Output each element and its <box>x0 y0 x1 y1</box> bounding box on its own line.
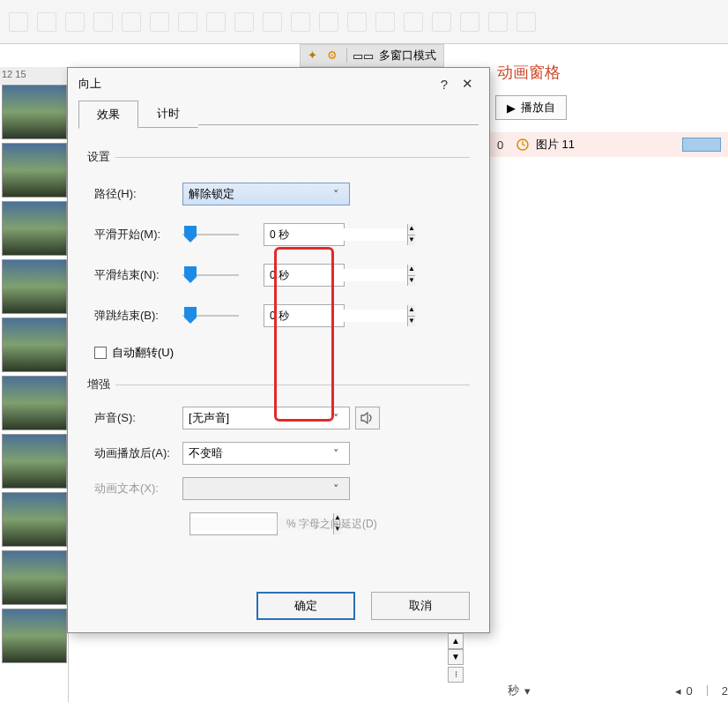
help-button[interactable]: ? <box>433 77 456 92</box>
smooth-end-spinner[interactable]: ▲▼ <box>264 264 345 287</box>
play-icon: ▶ <box>507 101 516 115</box>
slide-thumbnail-panel: 12 15 <box>0 67 69 702</box>
anim-item-timebar[interactable] <box>682 138 721 152</box>
slide-thumb[interactable] <box>2 376 67 430</box>
toolbar-icon[interactable] <box>206 12 226 32</box>
auto-reverse-label: 自动翻转(U) <box>112 345 174 361</box>
chevron-down-icon[interactable]: ▾ <box>524 684 531 698</box>
smooth-start-value[interactable] <box>264 228 407 241</box>
section-enhance-header: 增强 <box>87 377 110 392</box>
spin-down-icon[interactable]: ▼ <box>408 275 415 286</box>
spin-down-icon[interactable]: ▼ <box>408 235 415 245</box>
dialog-body: 设置 路径(H): 解除锁定 ˅ 平滑开始(M): ▲▼ <box>68 128 489 546</box>
toolbar-icon[interactable] <box>150 12 169 32</box>
vertical-scroll[interactable]: ▲ ▼ ⁝ <box>448 633 464 683</box>
toolbar-icon[interactable] <box>375 12 395 32</box>
toolbar-icon[interactable] <box>319 12 338 32</box>
letter-delay-label: % 字母之间延迟(D) <box>286 517 377 532</box>
tab-strip: 效果 计时 <box>68 100 489 128</box>
toolbar-icon[interactable] <box>9 12 28 32</box>
dialog-titlebar: 向上 ? ✕ <box>68 68 489 100</box>
toolbar-icon[interactable] <box>488 12 508 32</box>
tab-timing[interactable]: 计时 <box>138 100 198 128</box>
gear-icon[interactable]: ⚙ <box>327 49 341 63</box>
multi-window-label[interactable]: 多窗口模式 <box>379 48 436 63</box>
path-combo[interactable]: 解除锁定 ˅ <box>182 183 350 205</box>
after-play-label: 动画播放后(A): <box>87 445 182 461</box>
spin-up-icon[interactable]: ▲ <box>408 265 415 275</box>
section-settings-header: 设置 <box>87 149 110 165</box>
toolbar-icon[interactable] <box>65 12 85 32</box>
slide-thumb[interactable] <box>2 143 67 198</box>
toolbar-icon[interactable] <box>37 12 56 32</box>
toolbar-icon[interactable] <box>93 12 113 32</box>
animation-item[interactable]: 0 图片 11 <box>490 132 728 157</box>
chevron-down-icon: ˅ <box>328 447 344 460</box>
toolbar-icon[interactable] <box>516 12 536 32</box>
letter-delay-spinner: ▲▼ <box>189 512 278 535</box>
windows-icon[interactable]: ▭▭ <box>353 49 374 63</box>
path-value: 解除锁定 <box>189 186 234 202</box>
toolbar-icon[interactable] <box>122 12 141 32</box>
axis-tick: 0 <box>687 684 693 698</box>
spin-down-icon[interactable]: ▼ <box>408 316 415 326</box>
tab-effect[interactable]: 效果 <box>78 101 138 129</box>
anim-text-combo: ˅ <box>182 477 350 500</box>
smooth-start-spinner[interactable]: ▲▼ <box>264 223 345 246</box>
ribbon-toolbar <box>0 0 728 44</box>
toolbar-icon[interactable] <box>404 12 423 32</box>
auto-reverse-checkbox[interactable] <box>94 347 107 359</box>
slider-thumb-icon[interactable] <box>184 307 197 325</box>
slide-thumb[interactable] <box>2 609 67 663</box>
sound-value: [无声音] <box>189 410 229 426</box>
spin-up-icon[interactable]: ▲ <box>408 305 415 316</box>
slide-thumb[interactable] <box>2 434 67 489</box>
scroll-menu-icon[interactable]: ⁝ <box>448 667 464 683</box>
scroll-down-icon[interactable]: ▼ <box>448 649 464 665</box>
bounce-end-spinner[interactable]: ▲▼ <box>264 304 345 327</box>
axis-arrow-left-icon[interactable]: ◂ <box>675 684 681 698</box>
toolbar-icon[interactable] <box>234 12 254 32</box>
wand-icon[interactable]: ✦ <box>308 49 322 63</box>
smooth-end-value[interactable] <box>264 269 407 281</box>
toolbar-icon[interactable] <box>291 12 310 32</box>
close-button[interactable]: ✕ <box>456 76 479 92</box>
bounce-end-value[interactable] <box>264 310 407 322</box>
toolbar-icon[interactable] <box>460 12 479 32</box>
anim-text-label: 动画文本(X): <box>87 481 182 497</box>
slide-thumb[interactable] <box>2 550 67 605</box>
slide-thumb[interactable] <box>2 85 67 139</box>
slide-thumb[interactable] <box>2 317 67 372</box>
dialog-title: 向上 <box>78 76 101 92</box>
toolbar-icon[interactable] <box>178 12 197 32</box>
sound-combo[interactable]: [无声音] ˅ <box>182 407 350 429</box>
slide-thumb[interactable] <box>2 201 67 256</box>
toolbar-icon[interactable] <box>432 12 451 32</box>
after-play-value: 不变暗 <box>189 445 223 461</box>
after-play-combo[interactable]: 不变暗 ˅ <box>182 442 350 465</box>
sound-preview-button[interactable] <box>355 407 380 429</box>
slide-thumb[interactable] <box>2 492 67 547</box>
path-label: 路径(H): <box>87 186 182 202</box>
bounce-end-slider[interactable] <box>182 308 239 324</box>
toolbar-icon[interactable] <box>347 12 367 32</box>
cancel-button[interactable]: 取消 <box>371 592 470 620</box>
animation-pane-title: 动画窗格 <box>490 56 728 95</box>
scroll-up-icon[interactable]: ▲ <box>448 633 464 649</box>
slide-thumb[interactable] <box>2 259 67 314</box>
smooth-start-label: 平滑开始(M): <box>87 227 182 243</box>
axis-unit: 秒 <box>508 683 519 698</box>
play-from-button[interactable]: ▶ 播放自 <box>495 95 567 120</box>
anim-item-label: 图片 11 <box>536 137 575 153</box>
slider-thumb-icon[interactable] <box>184 266 197 284</box>
spin-up-icon[interactable]: ▲ <box>408 224 415 235</box>
ok-button[interactable]: 确定 <box>256 592 355 620</box>
smooth-end-slider[interactable] <box>182 267 239 283</box>
clock-icon <box>516 138 529 151</box>
utility-bar: ✦ ⚙ ▭▭ 多窗口模式 <box>300 44 444 67</box>
speaker-icon <box>360 412 375 424</box>
animation-pane: 动画窗格 ▶ 播放自 0 图片 11 <box>490 56 728 157</box>
slider-thumb-icon[interactable] <box>184 226 197 243</box>
smooth-start-slider[interactable] <box>182 227 239 243</box>
toolbar-icon[interactable] <box>263 12 282 32</box>
